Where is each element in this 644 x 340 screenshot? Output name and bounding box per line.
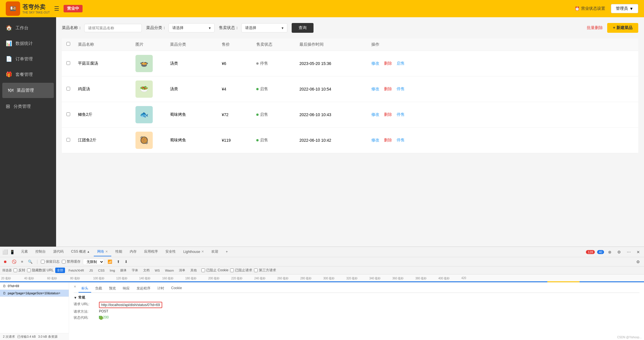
detail-close-btn[interactable]: ✕ [74, 285, 76, 293]
row-checkbox[interactable] [66, 138, 78, 143]
clear-button[interactable]: ≡ [20, 259, 24, 264]
tab-lighthouse[interactable]: Lighthouse ✕ [180, 248, 207, 256]
row-checkbox[interactable] [66, 112, 78, 117]
devtools-inspect-icon[interactable]: ⬜ [2, 249, 8, 255]
download-icon[interactable]: ⬇ [123, 259, 129, 264]
sidebar-item-category-mgmt[interactable]: ⊞ 分类管理 [0, 99, 56, 114]
disable-cache-checkbox[interactable]: 禁用缓存 [62, 259, 81, 264]
dish-name-input[interactable] [84, 24, 142, 32]
tab-network-close[interactable]: ✕ [105, 250, 108, 253]
detail-tab-cookie[interactable]: Cookie [168, 285, 185, 293]
tab-memory[interactable]: 内存 [126, 247, 140, 256]
block-button[interactable]: 🚫 [11, 259, 18, 264]
filter-doc[interactable]: 文档 [142, 268, 151, 273]
throttle-select[interactable]: 无限制 [83, 259, 104, 265]
tab-sources[interactable]: 源代码 [50, 247, 67, 256]
detail-tab-response[interactable]: 响应 [120, 285, 133, 293]
filter-manifest[interactable]: 清单 [177, 268, 187, 273]
preserve-log-checkbox[interactable]: 保留日志 [41, 259, 60, 264]
toggle-status-button[interactable]: 启售 [397, 61, 405, 66]
third-party-checkbox[interactable]: 第三方请求 [254, 268, 276, 273]
row-checkbox[interactable] [66, 61, 78, 66]
tab-console[interactable]: 控制台 [32, 247, 49, 256]
detail-tab-headers[interactable]: 标头 [79, 285, 91, 293]
sidebar-item-workbench[interactable]: 🏠 工作台 [0, 20, 56, 36]
toggle-status-button[interactable]: 停售 [397, 138, 405, 143]
edit-button[interactable]: 修改 [371, 112, 379, 117]
delete-button[interactable]: 删除 [384, 61, 392, 66]
category-select[interactable]: 请选择 ▾ [169, 23, 215, 32]
filter-font[interactable]: 字体 [130, 268, 140, 273]
filter-js[interactable]: JS [87, 268, 95, 273]
filter-css[interactable]: CSS [96, 268, 106, 273]
admin-arrow: ▼ [629, 6, 633, 11]
request-url: http://localhost/api/dish/status/0?id=69 [99, 302, 162, 308]
devtools-device-icon[interactable]: 📱 [10, 250, 15, 254]
sidebar-item-data-stats[interactable]: 📊 数据统计 [0, 36, 56, 51]
request-item[interactable]: 🗋 0?id=69 [0, 283, 69, 290]
upload-icon[interactable]: ⬆ [116, 259, 121, 264]
reverse-checkbox[interactable]: 反转 [14, 268, 25, 273]
search-button[interactable]: 🔍 [27, 259, 34, 264]
tab-add[interactable]: + [222, 248, 231, 256]
dish-status: 启售 [256, 87, 299, 92]
tab-lighthouse-close[interactable]: ✕ [201, 250, 204, 253]
detail-tab-initiator[interactable]: 发起程序 [134, 285, 153, 293]
batch-delete-button[interactable]: 批量删除 [587, 25, 603, 30]
filter-img[interactable]: Img [108, 268, 117, 273]
row-checkbox[interactable] [66, 87, 78, 91]
sale-status-select[interactable]: 请选择 ▾ [241, 23, 287, 32]
filter-media[interactable]: 媒体 [119, 268, 128, 273]
delete-button[interactable]: 删除 [384, 112, 392, 117]
detail-tab-timing[interactable]: 计时 [154, 285, 167, 293]
more-options-icon[interactable]: ⋯ [625, 249, 632, 255]
network-filter-bar: 筛选器 反转 隐藏数据 URL 全部 Fetch/XHR JS CSS Img … [0, 266, 644, 274]
hide-data-url-checkbox[interactable]: 隐藏数据 URL [27, 268, 53, 273]
devtools-panel: ⬜ 📱 元素 控制台 源代码 CSS 概述 ▲ 网络 ✕ 性能 内存 应用程序 … [0, 247, 644, 340]
blocked-request-checkbox[interactable]: 已阻止请求 [230, 268, 252, 273]
tab-performance[interactable]: 性能 [112, 247, 126, 256]
business-status-btn[interactable]: ⏰ 营业状态设置 [575, 6, 605, 11]
close-devtools-icon[interactable]: ✕ [635, 249, 642, 255]
tab-welcome[interactable]: 欢迎 [208, 247, 222, 256]
sidebar-item-order-mgmt[interactable]: 📄 订单管理 [0, 51, 56, 67]
delete-button[interactable]: 删除 [384, 87, 392, 92]
filter-all[interactable]: 全部 [55, 268, 65, 273]
dish-image: 🥗 [135, 80, 153, 98]
select-all-checkbox[interactable] [66, 42, 70, 46]
filter-wasm[interactable]: Wasm [163, 268, 176, 273]
edit-button[interactable]: 修改 [371, 87, 379, 92]
remote-debug-icon[interactable]: ⊗ [606, 249, 613, 255]
tab-network-label: 网络 [97, 249, 104, 254]
edit-button[interactable]: 修改 [371, 61, 379, 66]
blocked-cookie-checkbox[interactable]: 已阻止 Cookie [201, 268, 228, 273]
tab-elements[interactable]: 元素 [18, 247, 31, 256]
detail-tab-preview[interactable]: 预览 [106, 285, 119, 293]
detail-panel: ✕ 标头 负载 预览 响应 发起程序 计时 Cookie ▼ 常规 请求 URL… [69, 283, 644, 340]
wifi-icon[interactable]: 📶 [106, 259, 113, 264]
filter-fetch-xhr[interactable]: Fetch/XHR [67, 268, 86, 273]
dish-category: 汤类 [170, 61, 222, 66]
sidebar-item-dish-mgmt[interactable]: 🍽 菜品管理 [2, 83, 54, 98]
settings-icon[interactable]: ⚙ [616, 249, 623, 255]
timeline-label: 420 [461, 276, 484, 281]
detail-tab-payload[interactable]: 负载 [92, 285, 105, 293]
tab-network[interactable]: 网络 ✕ [94, 247, 111, 256]
tab-application[interactable]: 应用程序 [141, 247, 161, 256]
new-dish-button[interactable]: + 新建菜品 [607, 23, 638, 33]
request-item-selected[interactable]: 🗋 page?page=1&pageSize=10&status= [0, 290, 69, 297]
toggle-status-button[interactable]: 停售 [397, 87, 405, 92]
sidebar-item-combo-mgmt[interactable]: 🎁 套餐管理 [0, 67, 56, 82]
menu-icon[interactable]: ☰ [54, 5, 59, 12]
filter-ws[interactable]: WS [153, 268, 162, 273]
query-button[interactable]: 查询 [292, 23, 314, 33]
admin-button[interactable]: 管理员 ▼ [611, 4, 638, 13]
network-settings-icon[interactable]: ⚙ [635, 259, 642, 265]
filter-other[interactable]: 其他 [189, 268, 198, 273]
record-button[interactable]: ⏺ [2, 259, 8, 264]
toggle-status-button[interactable]: 停售 [397, 112, 405, 117]
tab-security[interactable]: 安全性 [162, 247, 179, 256]
delete-button[interactable]: 删除 [384, 138, 392, 143]
tab-css-overview[interactable]: CSS 概述 ▲ [68, 247, 93, 256]
edit-button[interactable]: 修改 [371, 138, 379, 143]
